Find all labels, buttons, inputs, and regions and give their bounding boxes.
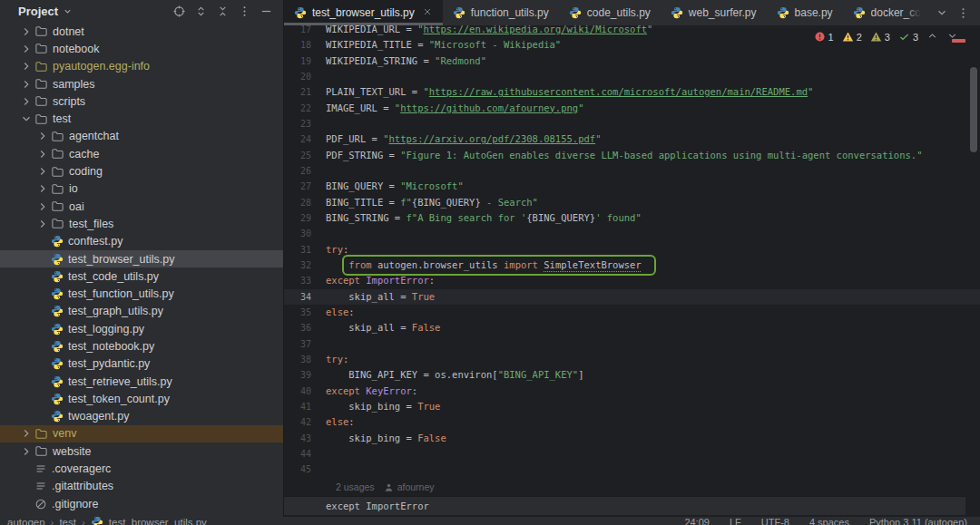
code-line-42[interactable]: 42else:	[284, 414, 980, 430]
line-number[interactable]: 22	[284, 101, 311, 116]
code-line-19[interactable]: 19WIKIPEDIA_STRING = "Redmond"	[284, 53, 980, 69]
inlay-hints[interactable]: 2 usagesafourney	[336, 480, 435, 495]
chevron-right-icon[interactable]	[34, 130, 51, 142]
project-panel-title[interactable]: Project	[18, 5, 58, 18]
tree-item-oai[interactable]: oai	[0, 198, 283, 215]
code-line-34[interactable]: 34 skip_all = True	[284, 289, 980, 305]
inspection-error[interactable]: 1	[814, 31, 834, 43]
line-number[interactable]: 21	[284, 84, 311, 100]
tree-item-test-notebook-py[interactable]: test_notebook.py	[0, 337, 283, 355]
breadcrumb-segment[interactable]: test_browser_utils.py	[109, 517, 207, 525]
tree-item-test-pydantic-py[interactable]: test_pydantic.py	[0, 355, 283, 373]
chevron-down-icon[interactable]	[63, 6, 73, 16]
code-line-20[interactable]: 20	[284, 69, 980, 84]
close-icon[interactable]	[422, 6, 433, 19]
chevron-right-icon[interactable]	[34, 148, 51, 160]
tree-item-pre-commit-config-yaml[interactable]: pre-commit-config.yaml	[0, 512, 283, 516]
more-button[interactable]	[955, 4, 973, 22]
code-line-44[interactable]: 44	[284, 446, 980, 462]
tree-item-notebook[interactable]: notebook	[0, 40, 283, 57]
code-line-22[interactable]: 22IMAGE_URL = "https://github.com/afourn…	[284, 101, 980, 116]
chevron-right-icon[interactable]	[34, 200, 51, 213]
code-line-32[interactable]: 32 from autogen.browser_utils import Sim…	[284, 258, 980, 273]
tab-code-utils-py[interactable]: code_utils.py	[559, 0, 661, 25]
tree-item-scripts[interactable]: scripts	[0, 92, 283, 110]
breadcrumb-segment[interactable]: test	[59, 517, 76, 525]
line-number[interactable]: 37	[284, 336, 311, 352]
chevron-right-icon[interactable]	[34, 182, 51, 195]
line-number[interactable]: 30	[284, 226, 311, 241]
code-line-30[interactable]: 30	[284, 226, 980, 241]
line-number[interactable]: 34	[284, 289, 311, 305]
tree-item-dotnet[interactable]: dotnet	[0, 23, 283, 40]
line-number[interactable]: 35	[284, 305, 311, 320]
code-line-29[interactable]: 29BING_STRING = f"A Bing search for '{BI…	[284, 210, 980, 226]
tree-item-agentchat[interactable]: agentchat	[0, 128, 283, 145]
line-number[interactable]: 28	[284, 195, 311, 210]
error-stripe-mark[interactable]	[952, 39, 965, 43]
chevron-right-icon[interactable]	[18, 427, 34, 440]
chevron-right-icon[interactable]	[18, 60, 34, 73]
chevron-right-icon[interactable]	[18, 95, 34, 108]
code-line-41[interactable]: 41 skip_bing = True	[284, 399, 980, 414]
editor-scrollbar[interactable]	[970, 67, 977, 152]
line-number[interactable]: 39	[284, 367, 311, 383]
line-number[interactable]: 20	[284, 69, 311, 84]
tree-item--coveragerc[interactable]: .coveragerc	[0, 460, 283, 477]
chevron-right-icon[interactable]	[18, 43, 34, 55]
line-number[interactable]: 45	[284, 462, 311, 477]
status-item[interactable]: 24:09	[684, 517, 710, 525]
code-line-28[interactable]: 28BING_TITLE = f"{BING_QUERY} - Search"	[284, 195, 980, 210]
tab-function-utils-py[interactable]: function_utils.py	[443, 0, 559, 25]
tree-item-io[interactable]: io	[0, 180, 283, 198]
code-line-25[interactable]: 25PDF_STRING = "Figure 1: AutoGen enable…	[284, 148, 980, 163]
code-line-36[interactable]: 36 skip_all = False	[284, 320, 980, 335]
code-line-31[interactable]: 31try:	[284, 242, 980, 258]
expand-all-button[interactable]	[191, 2, 211, 22]
tree-item-samples[interactable]: samples	[0, 75, 283, 92]
chevron-right-icon[interactable]	[18, 78, 34, 91]
tree-item-test-files[interactable]: test_files	[0, 215, 283, 232]
tree-item-test-graph-utils-py[interactable]: test_graph_utils.py	[0, 303, 283, 320]
code-line-33[interactable]: 33except ImportError:	[284, 273, 980, 288]
line-number[interactable]: 18	[284, 37, 311, 53]
usages-hint[interactable]: 2 usages	[336, 480, 375, 495]
line-number[interactable]: 36	[284, 320, 311, 335]
line-number[interactable]: 38	[284, 352, 311, 367]
tree-item-test-code-utils-py[interactable]: test_code_utils.py	[0, 267, 283, 285]
tree-item-pyautogen-egg-info[interactable]: pyautogen.egg-info	[0, 58, 283, 75]
locate-button[interactable]	[169, 2, 189, 22]
sticky-scope-line[interactable]: except ImportError	[284, 496, 965, 515]
tab-test-browser-utils-py[interactable]: test_browser_utils.py	[284, 0, 443, 25]
line-number[interactable]: 44	[284, 446, 311, 462]
code-line-37[interactable]: 37	[284, 336, 980, 352]
hide-button[interactable]	[256, 2, 276, 22]
line-number[interactable]: 27	[284, 179, 311, 194]
line-number[interactable]: 43	[284, 431, 311, 446]
collapse-all-button[interactable]	[212, 2, 232, 22]
line-number[interactable]: 41	[284, 399, 311, 414]
tab-base-py[interactable]: base.py	[767, 0, 843, 25]
tree-item-venv[interactable]: venv	[0, 425, 283, 442]
code-line-21[interactable]: 21PLAIN_TEXT_URL = "https://raw.githubus…	[284, 84, 980, 100]
status-item[interactable]: 4 spaces	[809, 517, 849, 525]
tree-item-coding[interactable]: coding	[0, 162, 283, 180]
chevron-right-icon[interactable]	[34, 165, 51, 178]
status-item[interactable]: UTF-8	[761, 517, 789, 525]
line-number[interactable]: 23	[284, 116, 311, 131]
tree-item-website[interactable]: website	[0, 442, 283, 460]
line-number[interactable]: 42	[284, 414, 311, 430]
inspection-ok[interactable]: 3	[898, 31, 918, 43]
code-line-35[interactable]: 35else:	[284, 305, 980, 320]
tree-item-test-browser-utils-py[interactable]: test_browser_utils.py	[0, 250, 283, 267]
tree-item-test[interactable]: test	[0, 110, 283, 127]
tree-item-test-function-utils-py[interactable]: test_function_utils.py	[0, 285, 283, 302]
code-line-38[interactable]: 38try:	[284, 352, 980, 367]
chevron-down-button[interactable]	[933, 4, 951, 22]
code-line-39[interactable]: 39 BING_API_KEY = os.environ["BING_API_K…	[284, 367, 980, 383]
code-line-24[interactable]: 24PDF_URL = "https://arxiv.org/pdf/2308.…	[284, 131, 980, 147]
chevron-right-icon[interactable]	[18, 25, 34, 38]
status-item[interactable]: Python 3.11 (autogen)	[869, 517, 967, 525]
inspection-weak-warning[interactable]: 3	[870, 31, 890, 43]
tab-docker-co[interactable]: docker_co	[843, 0, 931, 25]
